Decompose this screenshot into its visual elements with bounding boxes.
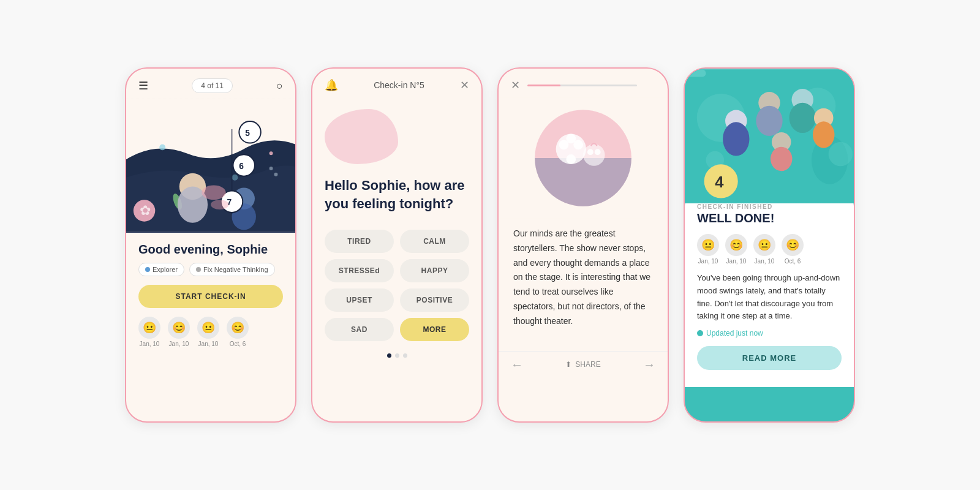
upset-button[interactable]: UPSET (325, 288, 394, 312)
svg-point-21 (202, 186, 225, 200)
close-icon[interactable]: ✕ (460, 78, 469, 92)
mood-face: 😊 (227, 317, 249, 339)
calm-button[interactable]: CALM (400, 230, 469, 253)
screen1-content: Good evening, Sophie Explorer Fix Negati… (126, 233, 295, 357)
screen-checkin: 🔔 Check-in N°5 ✕ Hello Sophie, how are y… (311, 67, 483, 423)
share-icon: ⬆ (565, 360, 571, 369)
page-indicator: 4 of 11 (192, 78, 233, 93)
read-more-button[interactable]: READ MORE (697, 346, 842, 370)
svg-point-30 (583, 144, 605, 165)
svg-point-17 (233, 154, 254, 176)
svg-point-29 (566, 154, 576, 164)
screen3-body: Our minds are the greatest storytellers.… (499, 219, 668, 351)
mood-item: 😊 Oct, 6 (227, 317, 249, 347)
blob-decoration (325, 109, 398, 164)
svg-point-40 (756, 106, 782, 136)
updated-text: Updated just now (706, 329, 763, 337)
screen2-body: Hello Sophie, how are you feeling tonigh… (312, 97, 481, 368)
mood-date: Jan, 10 (755, 258, 775, 265)
greeting-text: Good evening, Sophie (138, 243, 283, 257)
mood-date: Oct, 6 (230, 341, 246, 347)
insight-text: Our minds are the greatest storytellers.… (513, 227, 653, 329)
updated-status: Updated just now (697, 329, 842, 337)
hero-illustration: ✿ 5 6 (126, 98, 295, 233)
mood-face: 😐 (138, 317, 160, 339)
mood-face: 😊 (168, 317, 190, 339)
mood-date: Jan, 10 (140, 341, 160, 347)
svg-point-43 (790, 103, 816, 133)
stressed-button[interactable]: STRESSEd (325, 259, 394, 282)
share-label: SHARE (575, 360, 600, 369)
happy-button[interactable]: HAPPY (400, 259, 469, 282)
screen3-illustration (499, 97, 668, 219)
svg-point-49 (829, 142, 853, 166)
progress-dots (325, 353, 469, 358)
mood-face: 😊 (782, 234, 804, 256)
mood-date: Jan, 10 (698, 258, 718, 265)
mood-face: 😐 (197, 317, 219, 339)
thinking-tag: Fix Negative Thinking (189, 263, 275, 276)
back-arrow-icon[interactable]: ← (511, 358, 523, 372)
option-row: UPSET POSITIVE (325, 288, 469, 312)
svg-point-3 (270, 151, 273, 155)
mood-item: 😊 Oct, 6 (782, 234, 804, 265)
mood-face: 😐 (697, 234, 719, 256)
thinking-label: Fix Negative Thinking (203, 266, 268, 273)
svg-point-22 (211, 200, 229, 209)
sad-button[interactable]: SAD (325, 318, 394, 341)
mood-face: 😐 (753, 234, 775, 256)
svg-point-28 (566, 134, 576, 144)
mood-face: 😊 (725, 234, 747, 256)
app-screens: ☰ 4 of 11 ○ ✿ (100, 43, 880, 447)
option-row: STRESSEd HAPPY (325, 259, 469, 282)
forward-arrow-icon[interactable]: → (643, 358, 655, 372)
checkin-finished-label: CHECK-IN FINISHED (697, 203, 842, 210)
mood-date: Jan, 10 (169, 341, 189, 347)
checkin-title: Check-in N°5 (374, 80, 424, 90)
hamburger-icon[interactable]: ☰ (138, 79, 148, 92)
screen3-footer: ← ⬆ SHARE → (499, 351, 668, 378)
option-row: SAD MORE (325, 318, 469, 341)
mood-item: 😐 Jan, 10 (197, 317, 219, 347)
screen1-header: ☰ 4 of 11 ○ (126, 69, 295, 98)
mood-item: 😐 Jan, 10 (138, 317, 160, 347)
mood-date: Jan, 10 (726, 258, 747, 265)
dot-1 (387, 353, 391, 358)
svg-point-4 (232, 175, 238, 181)
svg-point-1 (159, 145, 165, 151)
audio-icon[interactable]: 🔔 (325, 78, 338, 92)
svg-rect-42 (685, 70, 706, 77)
positive-button[interactable]: POSITIVE (400, 288, 469, 312)
screen4-content: CHECK-IN FINISHED WELL DONE! 😐 Jan, 10 😊… (685, 191, 854, 387)
updated-dot (697, 330, 703, 336)
question-text: Hello Sophie, how are you feeling tonigh… (325, 176, 469, 213)
mood-item: 😐 Jan, 10 (753, 234, 775, 265)
share-button[interactable]: ⬆ SHARE (565, 360, 600, 369)
screen3-header: ✕ (499, 69, 668, 97)
mood-options: TIRED CALM STRESSEd HAPPY UPSET POSITIVE… (325, 230, 469, 341)
option-row: TIRED CALM (325, 230, 469, 253)
close-icon[interactable]: ✕ (511, 78, 520, 92)
svg-point-45 (813, 121, 834, 148)
svg-text:✿: ✿ (140, 203, 151, 218)
svg-text:4: 4 (715, 173, 724, 190)
screen2-header: 🔔 Check-in N°5 ✕ (312, 69, 481, 97)
screen-complete: 4 CHECK-IN FINISHED WELL DONE! 😐 Jan, 10… (684, 67, 855, 423)
mood-item: 😐 Jan, 10 (697, 234, 719, 265)
tired-button[interactable]: TIRED (325, 230, 394, 253)
svg-point-32 (595, 149, 601, 155)
dot-2 (395, 353, 399, 358)
svg-text:5: 5 (245, 129, 250, 138)
search-icon[interactable]: ○ (276, 80, 283, 92)
more-button[interactable]: MORE (400, 318, 469, 341)
progress-bar (527, 85, 637, 86)
svg-point-15 (239, 121, 260, 143)
screen-home: ☰ 4 of 11 ○ ✿ (125, 67, 296, 423)
svg-point-38 (723, 122, 749, 156)
start-checkin-button[interactable]: START CHECK-IN (138, 285, 283, 308)
mood-date: Oct, 6 (785, 258, 801, 265)
tag-list: Explorer Fix Negative Thinking (138, 263, 283, 276)
mood-history: 😐 Jan, 10 😊 Jan, 10 😐 Jan, 10 😊 Oct, 6 (138, 317, 283, 347)
svg-text:6: 6 (239, 162, 244, 171)
screen-insight: ✕ (497, 67, 669, 423)
